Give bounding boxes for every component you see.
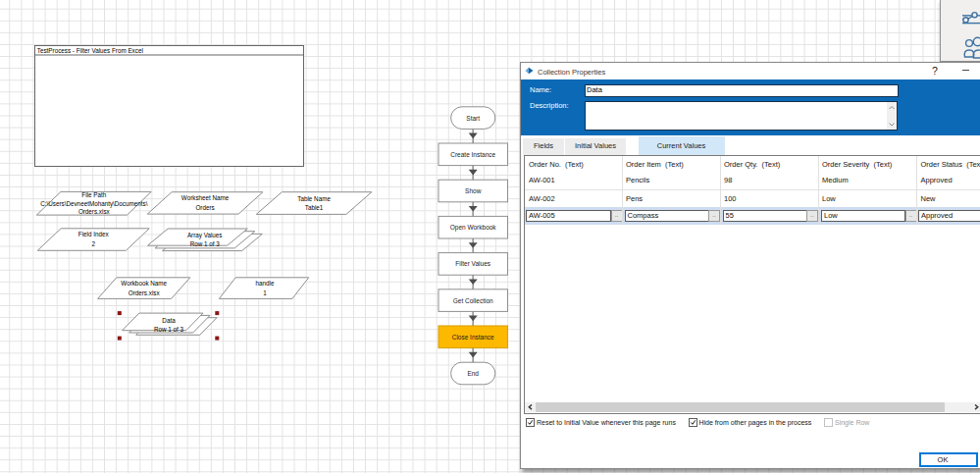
svg-text:Row 1 of 3: Row 1 of 3 xyxy=(154,326,184,333)
svg-text:Orders.xlsx: Orders.xlsx xyxy=(78,208,111,215)
svg-text:TestProcess - Filter Values Fr: TestProcess - Filter Values From Excel xyxy=(37,47,143,54)
svg-text:Table Name: Table Name xyxy=(297,195,331,202)
svg-text:Show: Show xyxy=(465,187,482,194)
svg-text:Open Workbook: Open Workbook xyxy=(450,224,497,232)
svg-text:Workbook Name: Workbook Name xyxy=(121,280,167,287)
svg-text:Create Instance: Create Instance xyxy=(450,151,495,158)
svg-text:1: 1 xyxy=(263,289,267,296)
svg-text:handle: handle xyxy=(256,280,275,287)
svg-text:Close Instance: Close Instance xyxy=(452,334,494,341)
svg-text:Get Collection: Get Collection xyxy=(453,297,493,304)
svg-text:Data: Data xyxy=(162,317,176,324)
svg-text:Filter Values: Filter Values xyxy=(455,260,490,267)
svg-text:File Path: File Path xyxy=(81,191,106,198)
svg-text:Orders: Orders xyxy=(195,204,214,211)
svg-text:Worksheet Name: Worksheet Name xyxy=(181,194,230,201)
svg-text:Orders.xlsx: Orders.xlsx xyxy=(129,289,161,296)
svg-text:C:\Users\DevneetMohanty\Docume: C:\Users\DevneetMohanty\Documents\ xyxy=(40,200,147,208)
svg-text:Start: Start xyxy=(466,115,480,122)
svg-text:Field Index: Field Index xyxy=(78,231,110,237)
svg-text:Table1: Table1 xyxy=(305,204,324,211)
svg-text:End: End xyxy=(467,370,479,377)
svg-text:2: 2 xyxy=(91,240,95,247)
svg-text:Row 1 of 3: Row 1 of 3 xyxy=(190,240,221,247)
svg-text:Array Values: Array Values xyxy=(187,232,223,239)
